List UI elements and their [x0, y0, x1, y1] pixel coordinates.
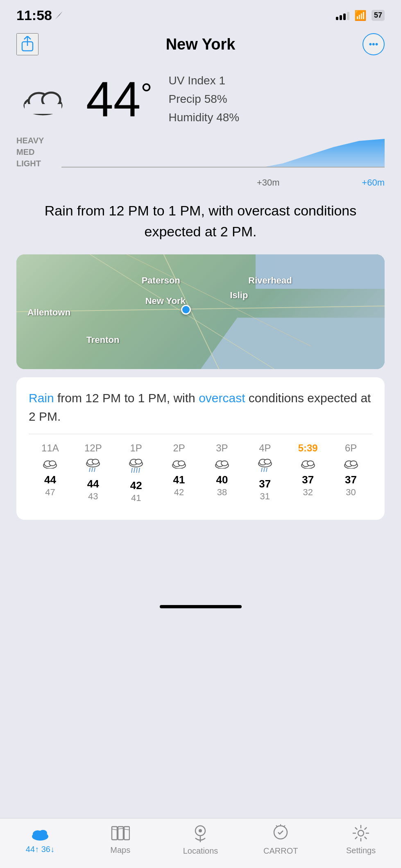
svg-line-25: [136, 468, 137, 473]
tab-weather[interactable]: 44↑ 36↓: [0, 826, 80, 854]
tab-carrot[interactable]: CARROT: [240, 824, 321, 856]
location-arrow-icon: [55, 11, 63, 20]
svg-point-16: [92, 459, 99, 464]
svg-rect-48: [112, 827, 117, 840]
svg-line-19: [94, 468, 95, 472]
hour-high-12p: 44: [87, 478, 99, 490]
svg-line-52: [118, 828, 123, 829]
top-nav: New York •••: [0, 27, 401, 59]
hour-high-4p: 37: [259, 478, 271, 490]
hour-icon-11a: [41, 457, 59, 470]
hour-label-12p: 12P: [84, 442, 102, 454]
temperature-display: 44 °: [86, 75, 152, 124]
tab-bar: 44↑ 36↓ Maps Locations: [0, 818, 401, 868]
tab-settings-label: Settings: [346, 846, 376, 855]
map-container[interactable]: Paterson Riverhead New York Islip Allent…: [16, 254, 385, 369]
page-title: New York: [166, 36, 236, 53]
hour-item-11a: 11A 44 47: [29, 442, 72, 503]
svg-line-53: [124, 829, 129, 830]
precip: Precip 58%: [168, 90, 239, 109]
svg-point-56: [274, 826, 287, 839]
graph-time-60: +60m: [362, 177, 385, 188]
svg-point-29: [178, 461, 185, 466]
more-button[interactable]: •••: [362, 33, 385, 55]
map-label-trenton: Trenton: [86, 335, 120, 345]
weather-details: UV Index 1 Precip 58% Humidity 48%: [168, 72, 239, 127]
hour-icon-1p: [127, 457, 145, 476]
tab-carrot-icon: [272, 824, 289, 844]
share-button[interactable]: [16, 33, 39, 55]
rain-description: Rain from 12 PM to 1 PM, with overcast c…: [0, 192, 401, 250]
rain-graph: HEAVY MED LIGHT +30m +60m: [16, 135, 385, 188]
tab-locations-icon: [193, 824, 208, 844]
svg-point-41: [307, 461, 314, 466]
map-background: Paterson Riverhead New York Islip Allent…: [16, 254, 385, 369]
weather-cloud-icon: [20, 83, 74, 116]
hour-icon-4p: [256, 457, 274, 474]
hour-item-12p: 12P 44 43: [72, 442, 115, 503]
tab-maps[interactable]: Maps: [80, 825, 161, 855]
hour-item-3p: 3P 40 38: [201, 442, 244, 503]
svg-line-36: [261, 468, 262, 472]
humidity: Humidity 48%: [168, 109, 239, 127]
temperature-value: 44: [86, 75, 140, 124]
hour-icon-6p: [342, 457, 360, 470]
hour-low-3p: 38: [217, 487, 227, 498]
svg-line-18: [92, 468, 93, 472]
tab-locations-label: Locations: [183, 846, 218, 856]
hour-label-3p: 3P: [216, 442, 228, 454]
svg-point-22: [135, 459, 142, 464]
hour-high-3p: 40: [216, 474, 228, 486]
hour-high-6p: 37: [345, 474, 357, 486]
hour-label-1p: 1P: [130, 442, 142, 454]
hour-high-11a: 44: [44, 474, 56, 486]
tab-maps-icon: [111, 825, 130, 843]
signal-icon: [336, 11, 349, 20]
svg-point-55: [199, 829, 202, 832]
svg-line-51: [112, 829, 117, 830]
hour-label-11a: 11A: [41, 442, 59, 454]
svg-rect-6: [25, 104, 61, 114]
hour-icon-12p: [84, 457, 102, 474]
svg-rect-50: [124, 827, 129, 840]
hour-low-1p: 41: [131, 493, 141, 503]
rain-heavy-label: HEAVY: [16, 135, 61, 146]
svg-point-35: [264, 459, 271, 464]
svg-point-32: [221, 461, 228, 466]
hour-low-2p: 42: [174, 487, 184, 498]
map-label-paterson: Paterson: [142, 275, 180, 286]
hour-item-4p: 4P 37 31: [243, 442, 286, 503]
time-label: 11:58: [16, 7, 52, 23]
tab-carrot-label: CARROT: [263, 846, 298, 856]
hour-label-6p: 6P: [345, 442, 357, 454]
summary-text1: from 12 PM to 1 PM, with: [54, 391, 199, 405]
graph-time-30: +30m: [257, 177, 280, 188]
summary-rain: Rain: [29, 391, 54, 405]
tab-locations[interactable]: Locations: [161, 824, 241, 856]
wifi-icon: 📶: [354, 10, 367, 21]
tab-settings[interactable]: Settings: [321, 825, 401, 855]
forecast-summary: Rain from 12 PM to 1 PM, with overcast c…: [29, 389, 372, 434]
hour-high-1p: 42: [130, 479, 142, 492]
degree-symbol: °: [140, 79, 152, 108]
tab-settings-icon: [352, 825, 369, 843]
map-overlay: [16, 254, 385, 369]
hour-item-1p: 1P 42 41: [115, 442, 158, 503]
hour-high-2p: 41: [173, 474, 185, 486]
svg-point-44: [350, 461, 357, 466]
svg-line-24: [134, 468, 135, 473]
forecast-card: Rain from 12 PM to 1 PM, with overcast c…: [16, 377, 385, 520]
hour-label-5p: 5:39: [298, 442, 318, 454]
status-bar: 11:58 📶 57: [0, 0, 401, 27]
weather-main: 44 ° UV Index 1 Precip 58% Humidity 48%: [0, 59, 401, 135]
hour-item-5p: 5:39 37 32: [286, 442, 329, 503]
rain-graph-svg: [61, 135, 385, 168]
status-icons: 📶 57: [336, 10, 385, 21]
share-icon: [20, 36, 34, 52]
hour-icon-3p: [213, 457, 231, 470]
svg-line-38: [266, 468, 267, 472]
svg-line-26: [139, 468, 140, 473]
svg-line-17: [89, 468, 90, 472]
battery-level: 57: [374, 11, 382, 20]
tab-maps-label: Maps: [110, 845, 130, 855]
